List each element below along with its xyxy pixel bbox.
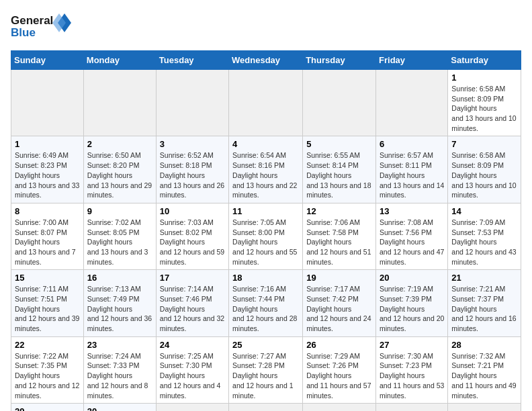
sunset-label: Sunset: 7:33 PM (87, 361, 140, 369)
calendar-week-4: 22 Sunrise: 7:22 AM Sunset: 7:35 PM Dayl… (11, 336, 521, 403)
day-number: 20 (380, 273, 444, 283)
daylight-label: Daylight hours (232, 171, 277, 179)
day-number: 12 (306, 206, 372, 216)
sunrise-label: Sunrise: 7:32 AM (451, 352, 505, 360)
day-number: 2 (87, 139, 152, 149)
day-info: Sunrise: 7:09 AM Sunset: 7:53 PM Dayligh… (451, 218, 517, 267)
daylight-label: Daylight hours (160, 238, 205, 246)
calendar-cell: 22 Sunrise: 7:22 AM Sunset: 7:35 PM Dayl… (11, 336, 84, 403)
daylight-value: and 11 hours and 57 minutes. (306, 381, 371, 400)
weekday-wednesday: Wednesday (229, 51, 303, 70)
daylight-label: Daylight hours (160, 171, 205, 179)
daylight-label: Daylight hours (451, 371, 496, 379)
sunrise-label: Sunrise: 7:16 AM (232, 285, 286, 293)
daylight-value: and 13 hours and 3 minutes. (87, 248, 148, 266)
calendar-cell: 18 Sunrise: 7:16 AM Sunset: 7:44 PM Dayl… (229, 270, 303, 336)
calendar-cell: 5 Sunrise: 6:55 AM Sunset: 8:14 PM Dayli… (303, 136, 376, 203)
calendar-cell: 8 Sunrise: 7:00 AM Sunset: 8:07 PM Dayli… (11, 203, 84, 269)
daylight-label: Daylight hours (15, 238, 60, 246)
sunset-label: Sunset: 8:18 PM (160, 161, 212, 169)
sunset-label: Sunset: 7:44 PM (232, 295, 285, 303)
day-info: Sunrise: 7:24 AM Sunset: 7:33 PM Dayligh… (87, 351, 152, 400)
calendar-cell (156, 70, 228, 136)
sunrise-label: Sunrise: 6:49 AM (15, 151, 69, 159)
sunset-label: Sunset: 8:11 PM (380, 161, 432, 169)
day-info: Sunrise: 7:13 AM Sunset: 7:49 PM Dayligh… (87, 284, 152, 333)
day-number: 13 (380, 206, 444, 216)
calendar-cell (303, 404, 376, 411)
sunset-label: Sunset: 7:37 PM (451, 295, 504, 303)
sunset-label: Sunset: 7:21 PM (451, 361, 504, 369)
daylight-label: Daylight hours (87, 171, 132, 179)
daylight-label: Daylight hours (232, 371, 277, 379)
sunrise-label: Sunrise: 6:52 AM (160, 151, 214, 159)
day-number: 1 (15, 139, 80, 149)
daylight-label: Daylight hours (87, 238, 132, 246)
day-info: Sunrise: 7:11 AM Sunset: 7:51 PM Dayligh… (15, 284, 80, 333)
calendar-cell: 25 Sunrise: 7:27 AM Sunset: 7:28 PM Dayl… (229, 336, 303, 403)
calendar-cell: 12 Sunrise: 7:06 AM Sunset: 7:58 PM Dayl… (303, 203, 376, 269)
sunset-label: Sunset: 7:35 PM (15, 361, 67, 369)
daylight-value: and 12 hours and 4 minutes. (160, 381, 221, 400)
day-number: 22 (15, 340, 80, 350)
sunset-label: Sunset: 7:23 PM (380, 361, 432, 369)
day-info: Sunrise: 7:19 AM Sunset: 7:39 PM Dayligh… (380, 284, 444, 333)
sunset-label: Sunset: 7:56 PM (380, 228, 432, 236)
weekday-tuesday: Tuesday (156, 51, 228, 70)
sunrise-label: Sunrise: 7:08 AM (380, 218, 433, 226)
day-info: Sunrise: 7:17 AM Sunset: 7:42 PM Dayligh… (306, 284, 372, 333)
daylight-value: and 13 hours and 33 minutes. (15, 181, 79, 199)
daylight-label: Daylight hours (232, 238, 277, 246)
calendar-cell: 15 Sunrise: 7:11 AM Sunset: 7:51 PM Dayl… (11, 270, 84, 336)
calendar-week-3: 15 Sunrise: 7:11 AM Sunset: 7:51 PM Dayl… (11, 270, 521, 336)
calendar-week-2: 8 Sunrise: 7:00 AM Sunset: 8:07 PM Dayli… (11, 203, 521, 269)
daylight-label: Daylight hours (380, 238, 425, 246)
weekday-header-row: SundayMondayTuesdayWednesdayThursdayFrid… (11, 51, 521, 70)
calendar-cell: 16 Sunrise: 7:13 AM Sunset: 7:49 PM Dayl… (83, 270, 156, 336)
daylight-value: and 12 hours and 16 minutes. (451, 314, 516, 332)
daylight-value: and 13 hours and 10 minutes. (451, 114, 516, 132)
calendar-cell (376, 404, 448, 411)
day-number: 15 (15, 273, 80, 283)
calendar-cell: 13 Sunrise: 7:08 AM Sunset: 7:56 PM Dayl… (376, 203, 448, 269)
calendar-cell: 14 Sunrise: 7:09 AM Sunset: 7:53 PM Dayl… (448, 203, 521, 269)
daylight-label: Daylight hours (380, 371, 425, 379)
daylight-label: Daylight hours (451, 238, 496, 246)
day-number: 23 (87, 340, 152, 350)
sunset-label: Sunset: 7:58 PM (306, 228, 359, 236)
svg-text:Blue: Blue (11, 26, 36, 39)
calendar-cell: 19 Sunrise: 7:17 AM Sunset: 7:42 PM Dayl… (303, 270, 376, 336)
day-number: 1 (451, 73, 517, 83)
day-number: 28 (451, 340, 517, 350)
day-info: Sunrise: 7:29 AM Sunset: 7:26 PM Dayligh… (306, 351, 372, 400)
daylight-label: Daylight hours (451, 171, 496, 179)
daylight-value: and 12 hours and 55 minutes. (232, 248, 297, 266)
day-number: 25 (232, 340, 299, 350)
sunrise-label: Sunrise: 7:30 AM (380, 352, 433, 360)
day-number: 5 (306, 139, 372, 149)
daylight-label: Daylight hours (87, 371, 132, 379)
day-number: 21 (451, 273, 517, 283)
sunset-label: Sunset: 8:05 PM (87, 228, 140, 236)
day-number: 26 (306, 340, 372, 350)
day-info: Sunrise: 7:03 AM Sunset: 8:02 PM Dayligh… (160, 218, 225, 267)
daylight-value: and 12 hours and 20 minutes. (380, 314, 444, 332)
day-info: Sunrise: 6:54 AM Sunset: 8:16 PM Dayligh… (232, 150, 299, 199)
day-number: 16 (87, 273, 152, 283)
daylight-value: and 13 hours and 22 minutes. (232, 181, 297, 199)
day-info: Sunrise: 7:22 AM Sunset: 7:35 PM Dayligh… (15, 351, 80, 400)
daylight-label: Daylight hours (380, 305, 425, 313)
calendar-cell (376, 70, 448, 136)
calendar-cell (229, 70, 303, 136)
daylight-value: and 12 hours and 1 minute. (232, 381, 294, 400)
calendar-cell: 1 Sunrise: 6:49 AM Sunset: 8:23 PM Dayli… (11, 136, 84, 203)
daylight-label: Daylight hours (15, 171, 60, 179)
calendar-cell: 3 Sunrise: 6:52 AM Sunset: 8:18 PM Dayli… (156, 136, 228, 203)
day-info: Sunrise: 7:32 AM Sunset: 7:21 PM Dayligh… (451, 351, 517, 400)
daylight-value: and 12 hours and 24 minutes. (306, 314, 371, 332)
day-info: Sunrise: 6:52 AM Sunset: 8:18 PM Dayligh… (160, 150, 225, 199)
calendar-cell: 30 Sunrise: 7:35 AM Sunset: 7:17 PM Dayl… (83, 404, 156, 411)
daylight-label: Daylight hours (15, 371, 60, 379)
sunrise-label: Sunrise: 6:54 AM (232, 151, 286, 159)
daylight-value: and 11 hours and 49 minutes. (451, 381, 516, 400)
